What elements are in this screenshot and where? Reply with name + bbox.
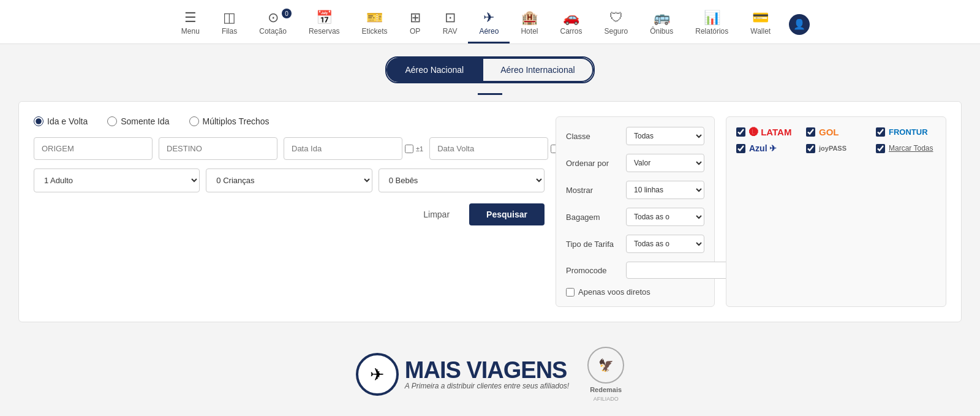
date-volta-input[interactable] (429, 137, 548, 160)
search-filters: Classe Todas Ordenar por Valor Mostrar 1… (556, 116, 715, 307)
nav-item-relatorios[interactable]: 📊 Relatórios (684, 5, 739, 43)
airline-azul[interactable]: Azul ✈ (736, 143, 796, 153)
filter-row-tipo_tarifa: Tipo de Tarifa Todas as o (566, 235, 704, 253)
nav-label-menu: Menu (181, 27, 200, 36)
nav-label-onibus: Ônibus (650, 27, 673, 36)
reservas-icon: 📅 (316, 10, 333, 26)
trip-type-ida-volta-label: Ida e Volta (47, 116, 88, 126)
checkbox-gol[interactable] (806, 127, 815, 137)
trip-type-ida-volta[interactable]: Ida e Volta (34, 116, 88, 126)
checkbox-frontur[interactable] (876, 127, 885, 137)
filter-select-ordenar[interactable]: Valor (626, 154, 704, 172)
pesquisar-button[interactable]: Pesquisar (469, 203, 545, 225)
nav-badge-cotacao: 0 (282, 9, 292, 18)
tab-internacional[interactable]: Aéreo Internacional (482, 58, 593, 82)
checkbox-marcar-todas[interactable] (876, 144, 885, 153)
nav-item-cotacao[interactable]: ⊙ Cotação 0 (248, 5, 298, 43)
nav-item-aereo[interactable]: ✈ Aéreo (468, 5, 510, 43)
hotel-icon: 🏨 (521, 10, 538, 26)
footer: ✈ MAIS VIAGENS A Primeira a distribuir c… (0, 322, 980, 414)
nav-item-seguro[interactable]: 🛡 Seguro (593, 5, 639, 43)
logo-text-block: MAIS VIAGENS A Primeira a distribuir cli… (405, 358, 569, 390)
nav-label-seguro: Seguro (604, 27, 628, 36)
menu-icon: ☰ (184, 10, 197, 26)
filter-select-bagagem[interactable]: Todas as o (626, 208, 704, 226)
rav-icon: ⊡ (445, 10, 456, 26)
nav-label-op: OP (410, 27, 420, 36)
main-logo: ✈ MAIS VIAGENS A Primeira a distribuir c… (356, 353, 569, 396)
gol-logo: GOL (819, 127, 839, 137)
airline-frontur[interactable]: FRONTUR (876, 127, 936, 137)
nav-item-rav[interactable]: ⊡ RAV (432, 5, 469, 43)
latam-logo: 🅛 LATAM (749, 127, 791, 137)
filter-row-ordenar: Ordenar por Valor (566, 154, 704, 172)
nav-label-rav: RAV (443, 27, 458, 36)
nav-label-hotel: Hotel (521, 27, 538, 36)
filter-label-tipo_tarifa: Tipo de Tarifa (566, 240, 621, 249)
trip-type-multiplos[interactable]: Múltiplos Trechos (189, 116, 270, 126)
nav-item-etickets[interactable]: 🎫 Etickets (351, 5, 399, 43)
logo-sub-text: A Primeira a distribuir clientes entre s… (405, 382, 569, 390)
date-volta-wrapper: ±1 (429, 137, 569, 160)
limpar-button[interactable]: Limpar (410, 203, 463, 225)
redemais-logo-block: 🦅 Redemais AFILIADO (587, 347, 624, 402)
filter-input-promocode[interactable] (626, 262, 729, 279)
filter-label-ordenar: Ordenar por (566, 159, 621, 168)
nav-item-op[interactable]: ⊞ OP (399, 5, 432, 43)
user-avatar[interactable]: 👤 (789, 14, 810, 35)
redemais-label: Redemais (590, 386, 622, 393)
op-icon: ⊞ (410, 10, 421, 26)
trip-type-somente-ida[interactable]: Somente Ida (107, 116, 169, 126)
radio-somente-ida[interactable] (107, 116, 117, 126)
service-tabs: Aéreo NacionalAéreo Internacional (0, 44, 980, 89)
marcar-todas[interactable]: Marcar Todas (876, 143, 936, 153)
nav-item-reservas[interactable]: 📅 Reservas (298, 5, 351, 43)
filter-row-promocode: Promocode (566, 262, 704, 279)
filas-icon: ◫ (223, 10, 236, 26)
filter-row-mostrar: Mostrar 10 linhas (566, 181, 704, 199)
filter-select-tipo_tarifa[interactable]: Todas as o (626, 235, 704, 253)
nav-item-wallet[interactable]: 💳 Wallet (739, 5, 782, 43)
airline-joypass[interactable]: joyPASS (806, 143, 866, 153)
date-ida-plusminus: ±1 (416, 145, 423, 153)
nav-item-menu[interactable]: ☰ Menu (170, 5, 211, 43)
cotacao-icon: ⊙ (268, 10, 279, 26)
nav-label-reservas: Reservas (309, 27, 340, 36)
airline-gol[interactable]: GOL (806, 127, 866, 137)
etickets-icon: 🎫 (366, 10, 383, 26)
date-ida-checkbox[interactable] (405, 145, 413, 153)
filter-select-classe[interactable]: Todas (626, 127, 704, 145)
nav-item-carros[interactable]: 🚗 Carros (549, 5, 593, 43)
checkbox-azul[interactable] (736, 144, 745, 153)
filter-label-classe: Classe (566, 132, 621, 141)
airline-latam[interactable]: 🅛 LATAM (736, 127, 796, 137)
tab-nacional[interactable]: Aéreo Nacional (386, 58, 482, 82)
bebes-select[interactable]: 0 Bebês 1 Bebê (379, 168, 545, 192)
checkbox-latam[interactable] (736, 127, 745, 137)
filter-select-mostrar[interactable]: 10 linhas (626, 181, 704, 199)
checkbox-joypass[interactable] (806, 144, 815, 153)
radio-ida-volta[interactable] (34, 116, 43, 126)
top-navigation: ☰ Menu ◫ Filas ⊙ Cotação 0 📅 Reservas 🎫 … (0, 0, 980, 44)
origin-input[interactable] (34, 137, 153, 160)
direct-flights-checkbox[interactable] (566, 288, 575, 297)
redemais-eagle-icon: 🦅 (598, 358, 614, 373)
adulto-select[interactable]: 1 Adulto 2 Adultos 3 Adultos (34, 168, 200, 192)
relatorios-icon: 📊 (704, 10, 720, 26)
nav-item-hotel[interactable]: 🏨 Hotel (510, 5, 549, 43)
date-ida-wrapper: ±1 (284, 137, 423, 160)
airline-grid: 🅛 LATAM GOL FRONTUR Azul ✈ joyPASS Ma (736, 127, 936, 153)
trip-type-multiplos-label: Múltiplos Trechos (203, 116, 270, 126)
nav-label-filas: Filas (222, 27, 237, 36)
radio-multiplos[interactable] (189, 116, 199, 126)
date-ida-input[interactable] (284, 137, 402, 160)
direct-flights-row: Apenas voos diretos (566, 287, 704, 297)
nav-item-filas[interactable]: ◫ Filas (211, 5, 248, 43)
direct-flights-label: Apenas voos diretos (578, 287, 650, 297)
seguro-icon: 🛡 (609, 10, 623, 26)
carros-icon: 🚗 (563, 10, 579, 26)
filter-label-mostrar: Mostrar (566, 186, 621, 195)
destination-input[interactable] (159, 137, 277, 160)
criancas-select[interactable]: 0 Crianças 1 Criança 2 Crianças (206, 168, 372, 192)
nav-item-onibus[interactable]: 🚌 Ônibus (639, 5, 684, 43)
